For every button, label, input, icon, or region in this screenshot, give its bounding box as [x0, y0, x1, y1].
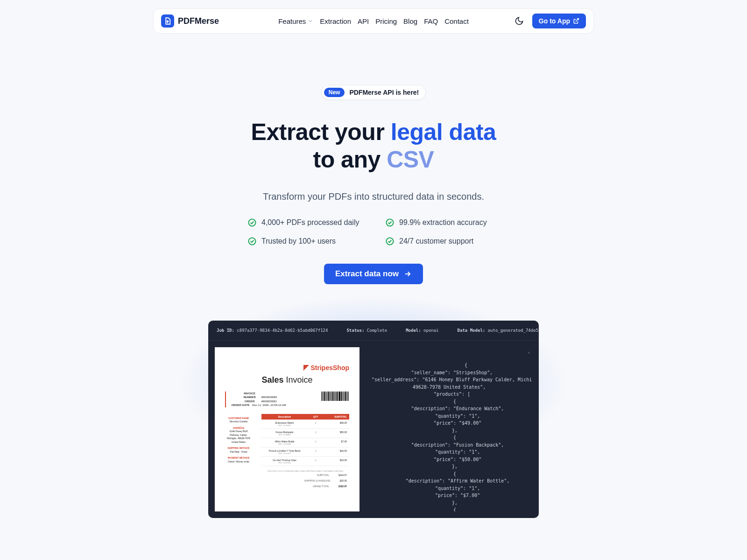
headline-line2-pre: to any	[313, 147, 387, 173]
announcement-badge: New	[324, 88, 345, 97]
announcement-pill[interactable]: New PDFMerse API is here!	[321, 85, 426, 100]
moon-icon	[514, 16, 524, 26]
invoice-meta: INVOICE NUMBER#900000080 ORDER#900000081…	[225, 392, 349, 407]
invoice-row: Fusion BackpackSKU: 24-MB021$50.00	[261, 429, 349, 438]
feature-item-3: Trusted by 100+ users	[247, 237, 362, 246]
extract-data-button[interactable]: Extract data now	[324, 264, 423, 284]
announcement-text: PDFMerse API is here!	[349, 89, 419, 96]
feature-1-text: 4,000+ PDFs processed daily	[261, 218, 359, 227]
check-circle-icon	[247, 237, 257, 246]
demo-status: Status: Complete	[346, 328, 387, 333]
brand[interactable]: PDFMerse	[161, 14, 219, 28]
theme-toggle[interactable]	[514, 16, 524, 26]
invoice-total-row: GRAND TOTAL$182.97	[261, 483, 349, 489]
demo-model: Model: openai	[406, 328, 438, 333]
invoice-total-row: SUBTOTAL$164.57	[261, 472, 349, 478]
collapse-icon[interactable]: ‹	[528, 349, 530, 357]
nav-extraction[interactable]: Extraction	[320, 15, 351, 27]
nav-features-label: Features	[278, 17, 306, 25]
feature-item-2: 99.9% extraction accuracy	[385, 218, 500, 227]
hero-headline: Extract your legal data to any CSV	[77, 119, 670, 174]
invoice-logo: StripesShop	[303, 364, 349, 371]
hero-subhead: Transform your PDFs into structured data…	[77, 191, 670, 202]
go-to-app-button[interactable]: Go to App	[532, 14, 586, 28]
invoice-preview: StripesShop Sales Invoice INVOICE NUMBER…	[215, 347, 359, 511]
hero-features: 4,000+ PDFs processed daily 99.9% extrac…	[247, 218, 500, 246]
invoice-row: Affirm Water BottleSKU: 24-UG061$7.00	[261, 438, 349, 448]
nav-pricing[interactable]: Pricing	[375, 15, 397, 27]
json-text: { "seller_name": "StripesShop", "seller_…	[366, 363, 532, 511]
nav-blog[interactable]: Blog	[403, 15, 417, 27]
demo-datamodel: Data Model: auto_generated_74de5bbd	[458, 328, 539, 333]
invoice-customer-block: CUSTOMER NAME Veronica Costello ADDRESS …	[225, 414, 252, 489]
invoice-title: Sales Invoice	[225, 375, 349, 385]
nav-features[interactable]: Features	[278, 15, 313, 27]
check-circle-icon	[385, 237, 395, 246]
feature-item-1: 4,000+ PDFs processed daily	[247, 218, 362, 227]
go-to-app-label: Go to App	[539, 17, 570, 25]
brand-logo-icon	[161, 14, 174, 28]
headline-line2-accent: CSV	[387, 147, 434, 173]
invoice-table: Description QTY SUBTOTAL Endurance Watch…	[261, 414, 349, 489]
demo-window: Job ID: c897a377-9834-4b2a-8d62-b5abd067…	[208, 321, 539, 518]
nav-contact[interactable]: Contact	[444, 15, 469, 27]
headline-line1-accent: legal data	[391, 119, 496, 145]
nav-api[interactable]: API	[358, 15, 369, 27]
chevron-down-icon	[308, 18, 313, 24]
external-link-icon	[573, 18, 579, 24]
brand-name: PDFMerse	[178, 16, 219, 26]
feature-2-text: 99.9% extraction accuracy	[399, 218, 487, 227]
invoice-row: Go-Get'r Pushup GripsSKU: 24-UG051$19.00	[261, 457, 349, 466]
barcode-icon	[321, 392, 349, 401]
headline-line1-pre: Extract your	[251, 119, 391, 145]
check-circle-icon	[247, 218, 257, 227]
invoice-total-row: SHIPPING & HANDLING$25.00	[261, 478, 349, 483]
feature-item-4: 24/7 customer support	[385, 237, 500, 246]
navbar: PDFMerse Features Extraction API Pricing…	[153, 8, 594, 34]
check-circle-icon	[385, 218, 395, 227]
feature-4-text: 24/7 customer support	[399, 237, 473, 245]
invoice-row: Pursuit Lumaflex™ Tone BandSKU: 24-UG021…	[261, 448, 349, 457]
demo-topbar: Job ID: c897a377-9834-4b2a-8d62-b5abd067…	[208, 321, 539, 341]
demo-jobid: Job ID: c897a377-9834-4b2a-8d62-b5abd067…	[217, 328, 328, 333]
json-output: ‹ { "seller_name": "StripesShop", "selle…	[366, 347, 532, 511]
feature-3-text: Trusted by 100+ users	[261, 237, 336, 245]
extract-data-label: Extract data now	[335, 269, 399, 279]
stripes-icon	[303, 365, 309, 371]
nav-faq[interactable]: FAQ	[424, 15, 438, 27]
arrow-right-icon	[403, 270, 412, 278]
invoice-row: Endurance WatchSKU: 24-WS011$49.00	[261, 420, 349, 429]
